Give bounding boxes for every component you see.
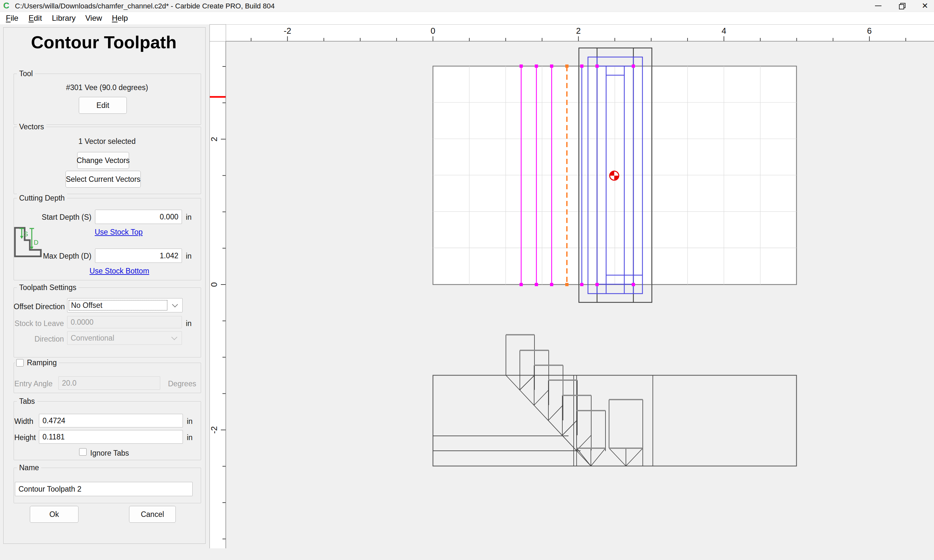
stock-to-leave-label: Stock to Leave [14,319,64,328]
offset-direction-value: No Offset [69,300,167,311]
side-profile-line [609,448,626,466]
direction-label: Direction [14,335,64,343]
close-button[interactable]: ✕ [914,0,934,12]
minimize-icon [875,6,882,6]
v-ruler-label: -2 [210,426,219,434]
ramping-label: Ramping [27,358,57,367]
h-ruler-label: 4 [721,26,726,35]
application-window: C C:/Users/willa/Downloads/chamfer_chann… [0,0,934,560]
cutting-depth-group-label: Cutting Depth [17,194,67,203]
start-depth-label: Start Depth (S) [14,213,91,222]
v-ruler-label: 0 [210,282,219,287]
menu-item-help[interactable]: Help [112,14,128,23]
entry-angle-label: Entry Angle [14,380,52,388]
restore-icon [899,3,904,8]
offset-direction-select[interactable]: No Offset [67,298,183,312]
vertical-ruler: 20-2 [210,42,226,548]
menu-bar: FileEditLibraryViewHelp [0,12,934,25]
menu-item-library[interactable]: Library [52,14,76,23]
svg-text:S: S [24,231,28,237]
canvas-area: -20246 20-2 [208,24,934,560]
v-ruler-label: 2 [210,137,219,141]
max-depth-field[interactable] [95,249,182,263]
side-profile-line [520,375,535,390]
minimize-button[interactable] [868,0,889,12]
toolpath-name-field[interactable] [15,482,193,496]
ramping-checkbox[interactable] [16,359,24,366]
use-stock-top-link[interactable]: Use Stock Top [95,228,143,237]
design-canvas[interactable] [226,42,934,548]
design-viewport[interactable] [226,42,934,548]
stock-to-leave-unit: in [186,319,192,328]
tab-height-label: Height [14,433,35,442]
close-icon: ✕ [922,2,928,10]
side-profile-line [549,405,563,420]
toolpath-settings-group-label: Toolpath Settings [17,283,79,292]
change-vectors-button[interactable]: Change Vectors [77,152,129,169]
stock-outline-side-view [433,375,797,466]
svg-text:D: D [34,239,38,246]
contour-toolpath-panel: Contour Toolpath Tool #301 Vee (90.0 deg… [0,24,208,560]
title-bar: C C:/Users/willa/Downloads/chamfer_chann… [0,0,934,12]
ignore-tabs-checkbox[interactable] [79,448,86,455]
offset-direction-label: Offset Direction [14,302,64,311]
max-depth-unit: in [186,252,192,260]
use-stock-bottom-link[interactable]: Use Stock Bottom [89,267,149,275]
side-profile-line [591,448,606,466]
stock-to-leave-field[interactable] [67,316,182,328]
page-title: Contour Toolpath [0,32,208,52]
tab-width-label: Width [14,417,33,426]
entry-angle-field[interactable] [59,376,160,390]
side-profile-line [534,390,549,405]
side-profile-line [576,448,591,466]
app-logo-icon: C [3,1,9,11]
menu-item-file[interactable]: File [6,14,18,23]
ruler-corner [210,24,226,42]
edit-tool-button[interactable]: Edit [79,97,127,114]
tab-height-field[interactable] [39,430,183,444]
ignore-tabs-label: Ignore Tabs [90,449,129,458]
vectors-status: 1 Vector selected [14,137,200,146]
direction-value: Conventional [71,334,114,343]
start-depth-unit: in [186,213,192,222]
h-ruler-label: -2 [284,26,291,35]
start-depth-field[interactable] [95,210,182,224]
tab-height-unit: in [187,433,193,442]
ok-button[interactable]: Ok [30,506,79,523]
tool-group-label: Tool [17,69,35,78]
menu-item-edit[interactable]: Edit [29,14,42,23]
tabs-group-label: Tabs [17,397,37,406]
chevron-down-icon [171,334,177,340]
name-group-label: Name [17,463,41,472]
side-profile-line [563,420,577,435]
side-profile-line [626,448,643,466]
direction-select[interactable]: Conventional [67,331,182,345]
h-ruler-label: 6 [867,26,872,35]
menu-item-view[interactable]: View [85,14,102,23]
h-ruler-label: 2 [576,26,581,35]
chevron-down-icon [172,302,178,307]
origin-marker[interactable] [610,171,619,180]
h-ruler-label: 0 [431,26,435,35]
horizontal-ruler: -20246 [226,24,934,42]
entry-angle-unit: Degrees [168,380,196,388]
cancel-button[interactable]: Cancel [129,506,176,523]
select-current-vectors-button[interactable]: Select Current Vectors [66,171,141,188]
tab-width-unit: in [187,417,193,426]
tool-name: #301 Vee (90.0 degrees) [14,83,200,92]
tab-width-field[interactable] [39,414,183,428]
window-title: C:/Users/willa/Downloads/chamfer_channel… [15,2,275,10]
ramping-check-row: Ramping [15,358,59,367]
vectors-group-label: Vectors [17,123,46,131]
max-depth-label: Max Depth (D) [14,252,91,260]
restore-button[interactable] [891,0,912,12]
